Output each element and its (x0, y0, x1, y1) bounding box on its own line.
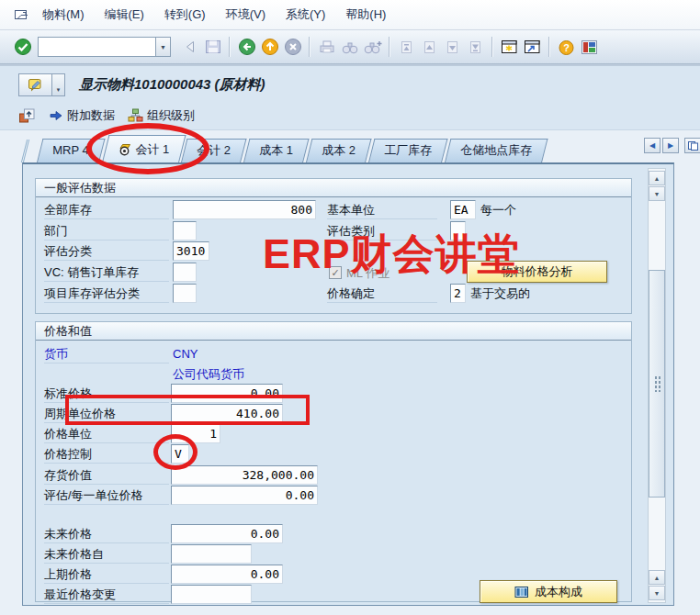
toolbar-separator (309, 37, 310, 57)
tab-scroll-right-icon[interactable]: ▶ (662, 138, 679, 153)
services-dropdown-icon[interactable]: ▼ (52, 73, 65, 96)
print-icon[interactable] (315, 36, 338, 59)
periodic-unit-price-field[interactable]: 410.00 (171, 404, 283, 423)
command-dropdown-icon[interactable]: ▼ (155, 37, 171, 57)
tab-plant-stock[interactable]: 工厂库存 (368, 139, 447, 162)
scroll-down-icon[interactable]: ▼ (649, 186, 665, 201)
new-session-icon[interactable] (498, 36, 521, 59)
material-price-analysis-label: 物料价格分析 (502, 263, 573, 280)
vc-sales-order-stock-label: VC: 销售订单库存 (44, 263, 169, 282)
svg-text:?: ? (563, 41, 570, 52)
right-arrow-icon (49, 109, 63, 122)
services-for-object-button[interactable] (18, 73, 52, 96)
project-stock-valuation-class-label: 项目库存评估分类 (44, 285, 169, 303)
org-levels-label: 组织级别 (147, 107, 195, 124)
scroll-up-icon[interactable]: ▲ (649, 171, 665, 185)
last-page-icon[interactable] (464, 36, 487, 59)
future-price-from-field[interactable] (171, 544, 252, 564)
title-bar: ▼ 显示物料1010000043 (原材料) (0, 64, 700, 101)
org-levels-icon (128, 108, 143, 122)
total-stock-field[interactable]: 800 (173, 200, 316, 219)
inventory-value-field[interactable]: 328,000.00 (171, 465, 318, 485)
previous-price-field[interactable]: 0.00 (171, 565, 283, 584)
org-levels-button[interactable]: 组织级别 (128, 107, 195, 124)
tab-accounting-1[interactable]: 会计 1 (102, 135, 186, 162)
tab-scroll-left-icon[interactable]: ◀ (644, 138, 660, 153)
toolbar-separator (229, 37, 231, 57)
project-stock-valuation-class-field[interactable] (173, 284, 197, 303)
menu-environment[interactable]: 环境(V) (216, 4, 276, 26)
standard-price-label: 标准价格 (44, 385, 169, 403)
material-price-analysis-button[interactable]: 物料价格分析 (467, 261, 607, 283)
valuation-class-field[interactable]: 3010 (173, 241, 209, 261)
cost-components-label: 成本构成 (535, 584, 582, 600)
per-unit-price-field[interactable]: 0.00 (171, 486, 318, 505)
tab-costing-1[interactable]: 成本 1 (243, 139, 309, 162)
tab-strip: MRP 4 会计 1 会计 2 成本 1 成本 2 工厂库存 仓储地点库存 (24, 134, 630, 162)
find-next-icon[interactable] (361, 36, 384, 59)
customize-layout-icon[interactable] (578, 36, 601, 59)
currency-value: CNY (173, 345, 198, 363)
previous-page-icon[interactable] (418, 36, 441, 59)
vc-sales-order-stock-field[interactable] (173, 263, 197, 282)
back-icon[interactable] (235, 36, 258, 59)
last-price-change-field[interactable] (171, 585, 252, 604)
create-shortcut-icon[interactable] (521, 36, 544, 59)
scrollbar-thumb[interactable] (649, 270, 665, 498)
tab-costing-2[interactable]: 成本 2 (306, 139, 371, 162)
sap-window: 物料(M) 编辑(E) 转到(G) 环境(V) 系统(Y) 帮助(H) ▼ (0, 0, 700, 615)
scroll-down-icon[interactable]: ▼ (649, 586, 665, 600)
price-determination-text: 基于交易的 (470, 285, 530, 303)
additional-data-button[interactable]: 附加数据 (49, 107, 115, 124)
help-icon[interactable]: ? (555, 36, 578, 59)
scroll-up-icon[interactable]: ▲ (649, 570, 665, 585)
price-determination-field[interactable]: 2 (450, 284, 466, 303)
base-unit-field[interactable]: EA (450, 200, 476, 219)
menu-bar: 物料(M) 编辑(E) 转到(G) 环境(V) 系统(Y) 帮助(H) (0, 0, 700, 30)
command-input[interactable] (38, 37, 155, 57)
next-page-icon[interactable] (441, 36, 464, 59)
previous-price-label: 上期价格 (44, 565, 169, 584)
save-icon[interactable] (201, 36, 224, 59)
exit-icon[interactable] (258, 36, 281, 59)
menu-material[interactable]: 物料(M) (32, 4, 95, 26)
division-field[interactable] (173, 221, 197, 240)
future-price-field[interactable]: 0.00 (171, 524, 283, 543)
tab-mrp4[interactable]: MRP 4 (37, 139, 105, 162)
tab-accounting-2[interactable]: 会计 2 (181, 139, 246, 162)
valuation-class-label: 评估分类 (44, 242, 169, 261)
menu-system[interactable]: 系统(Y) (276, 4, 335, 26)
tab-storage-location-stock[interactable]: 仓储地点库存 (445, 139, 548, 162)
valuation-category-field[interactable] (450, 221, 466, 240)
cost-components-button[interactable]: 成本构成 (480, 580, 617, 603)
additional-data-label: 附加数据 (67, 107, 115, 124)
vertical-scrollbar[interactable]: ▲ ▼ ▲ ▼ (648, 168, 666, 603)
price-control-field[interactable]: V (171, 444, 189, 464)
toolbar-separator (389, 37, 390, 57)
base-unit-label: 基本单位 (327, 201, 437, 219)
menu-goto[interactable]: 转到(G) (154, 4, 216, 26)
future-price-label: 未来价格 (44, 525, 169, 543)
ml-active-label: ML 作业 (346, 264, 390, 283)
currency-label: 货币 (44, 345, 169, 363)
tab-list-icon[interactable] (684, 138, 700, 153)
system-menu-icon[interactable] (9, 4, 32, 27)
ml-active-checkbox[interactable]: ✓ (329, 266, 342, 279)
price-unit-field[interactable]: 1 (171, 424, 220, 443)
first-page-icon[interactable] (395, 36, 418, 59)
enter-icon[interactable] (11, 36, 34, 59)
back-triangle-icon[interactable] (178, 36, 201, 59)
menu-help[interactable]: 帮助(H) (335, 4, 396, 26)
find-icon[interactable] (338, 36, 361, 59)
tab-overflow-decoration (21, 140, 35, 162)
periodic-unit-price-label: 周期单位价格 (44, 405, 169, 423)
menu-edit[interactable]: 编辑(E) (95, 4, 154, 26)
services-for-object-icon (28, 78, 44, 93)
toolbar-separator (491, 37, 493, 57)
standard-price-field[interactable]: 0.00 (171, 384, 283, 403)
cancel-icon[interactable] (281, 36, 304, 59)
cost-components-icon (514, 586, 529, 598)
tab-scroll-buttons: ◀ ▶ (644, 138, 700, 153)
price-control-label: 价格控制 (44, 445, 169, 464)
display-other-material-button[interactable] (18, 107, 36, 124)
